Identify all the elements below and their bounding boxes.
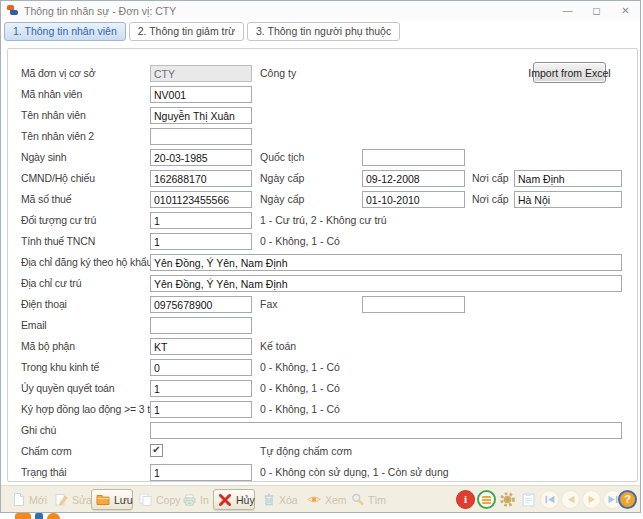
quoc-tich-input[interactable] bbox=[362, 149, 465, 166]
mst-noi-cap-input[interactable] bbox=[514, 191, 622, 208]
new-document-button[interactable]: Mới bbox=[9, 489, 49, 510]
edit-button[interactable]: Sửa bbox=[51, 489, 89, 510]
find-button[interactable]: Tìm bbox=[347, 489, 385, 510]
doi-tuong-cu-tru-hint: 1 - Cư trú, 2 - Không cư trú bbox=[260, 214, 387, 226]
tab-1[interactable]: 1. Thông tin nhân viên bbox=[4, 22, 126, 41]
ma-bo-phan-input[interactable] bbox=[150, 338, 252, 355]
trong-khu-kinh-te-input[interactable] bbox=[150, 359, 252, 376]
cancel-icon bbox=[218, 494, 232, 506]
toolbar-button-label: Mới bbox=[29, 494, 47, 506]
tinh-thue-tncn-input[interactable] bbox=[150, 233, 252, 250]
mst-noi-cap-label: Nơi cấp bbox=[472, 193, 509, 205]
arrow-first-icon bbox=[545, 495, 555, 504]
ma-don-vi-co-so-label: Mã đơn vị cơ sở bbox=[21, 67, 95, 79]
save-icon bbox=[96, 494, 110, 506]
clipboard-icon bbox=[521, 492, 536, 507]
background-window-strip bbox=[0, 513, 643, 519]
ma-nhan-vien-input[interactable] bbox=[150, 86, 252, 103]
minimize-button[interactable]: — bbox=[553, 1, 582, 20]
background-logo-fragment bbox=[35, 513, 43, 519]
ghi-chu-input[interactable] bbox=[150, 422, 622, 439]
ma-bo-phan-label: Mã bộ phận bbox=[21, 340, 75, 352]
view-icon bbox=[307, 494, 321, 505]
print-button[interactable]: In bbox=[179, 489, 211, 510]
toolbar-button-label: Tìm bbox=[368, 494, 386, 506]
trang-thai-label: Trạng thái bbox=[21, 466, 66, 478]
doi-tuong-cu-tru-input[interactable] bbox=[150, 212, 252, 229]
close-button[interactable]: ✕ bbox=[611, 1, 640, 20]
tinh-thue-tncn-label: Tính thuế TNCN bbox=[21, 235, 95, 247]
checkmark-icon: ✔ bbox=[152, 445, 160, 455]
toolbar-button-label: Xem bbox=[325, 494, 347, 506]
cmnd-ho-chieu-input[interactable] bbox=[150, 170, 252, 187]
ky-hop-dong-input[interactable] bbox=[150, 401, 252, 418]
uy-quyen-quyet-toan-input[interactable] bbox=[150, 380, 252, 397]
arrow-right-icon bbox=[588, 495, 596, 504]
save-button[interactable]: Lưu bbox=[91, 489, 133, 510]
help-button[interactable]: ? bbox=[618, 490, 637, 509]
tab-2[interactable]: 2. Thông tin giảm trừ bbox=[129, 22, 244, 41]
delete-button[interactable]: Xóa bbox=[259, 489, 297, 510]
maximize-button[interactable]: ◻ bbox=[582, 1, 611, 20]
view-button[interactable]: Xem bbox=[303, 489, 345, 510]
titlebar: Thông tin nhân sự - Đơn vị: CTY — ◻ ✕ bbox=[1, 1, 640, 20]
notes-button[interactable] bbox=[519, 490, 538, 509]
email-label: Email bbox=[21, 319, 47, 331]
cancel-button[interactable]: Hủy bbox=[213, 489, 255, 510]
trang-thai-input[interactable] bbox=[150, 464, 252, 481]
previous-record-button[interactable] bbox=[561, 490, 580, 509]
first-record-button[interactable] bbox=[540, 490, 559, 509]
background-logo-fragment bbox=[47, 513, 60, 519]
cmnd-ho-chieu-label: CMND/Hộ chiếu bbox=[21, 172, 95, 184]
email-input[interactable] bbox=[150, 317, 252, 334]
info-icon: i bbox=[464, 494, 467, 505]
dia-chi-ho-khau-label: Địa chỉ đăng ký theo hộ khẩu bbox=[21, 256, 152, 268]
edit-icon bbox=[55, 493, 68, 506]
cham-com-label: Chấm cơm bbox=[21, 445, 72, 457]
dia-chi-ho-khau-input[interactable] bbox=[150, 254, 622, 271]
bottom-toolbar: MớiSửaLưuCopyInHủyXóaXemTìmi? bbox=[1, 485, 640, 512]
employee-info-window: Thông tin nhân sự - Đơn vị: CTY — ◻ ✕ 1.… bbox=[0, 0, 641, 513]
ma-so-thue-label: Mã số thuế bbox=[21, 193, 71, 205]
fax-input[interactable] bbox=[362, 296, 465, 313]
window-title: Thông tin nhân sự - Đơn vị: CTY bbox=[24, 5, 176, 17]
dia-chi-cu-tru-input[interactable] bbox=[150, 275, 622, 292]
ten-don-vi-label: Công ty bbox=[260, 67, 296, 79]
uy-quyen-quyet-toan-hint: 0 - Không, 1 - Có bbox=[260, 382, 340, 394]
toolbar-button-label: Hủy bbox=[236, 494, 255, 506]
fax-label: Fax bbox=[260, 298, 278, 310]
tab-3[interactable]: 3. Thông tin người phụ thuộc bbox=[247, 22, 400, 41]
tinh-thue-tncn-hint: 0 - Không, 1 - Có bbox=[260, 235, 340, 247]
cmnd-noi-cap-input[interactable] bbox=[514, 170, 622, 187]
settings-button[interactable] bbox=[498, 490, 517, 509]
cmnd-noi-cap-label: Nơi cấp bbox=[472, 172, 509, 184]
ngay-sinh-input[interactable] bbox=[150, 149, 252, 166]
list-button[interactable] bbox=[477, 490, 496, 509]
info-button[interactable]: i bbox=[456, 490, 475, 509]
ma-nhan-vien-label: Mã nhân viên bbox=[21, 88, 82, 100]
list-icon bbox=[482, 496, 491, 504]
dien-thoai-input[interactable] bbox=[150, 296, 252, 313]
arrow-left-icon bbox=[567, 495, 575, 504]
ten-nhan-vien-label: Tên nhân viên bbox=[21, 109, 86, 121]
find-icon bbox=[351, 493, 364, 506]
next-record-button[interactable] bbox=[582, 490, 601, 509]
trong-khu-kinh-te-label: Trong khu kinh tế bbox=[21, 361, 99, 373]
ten-nhan-vien-input[interactable] bbox=[150, 107, 252, 124]
copy-button[interactable]: Copy bbox=[135, 489, 177, 510]
cham-com-checkbox[interactable]: ✔ bbox=[150, 444, 163, 457]
toolbar-button-label: Xóa bbox=[279, 494, 298, 506]
ten-nhan-vien-2-input[interactable] bbox=[150, 128, 252, 145]
ma-so-thue-input[interactable] bbox=[150, 191, 252, 208]
ky-hop-dong-hint: 0 - Không, 1 - Có bbox=[260, 403, 340, 415]
mst-ngay-cap-input[interactable] bbox=[362, 191, 465, 208]
import-from-excel-button[interactable]: Import from Excel bbox=[533, 62, 606, 83]
ten-nhan-vien-2-label: Tên nhân viên 2 bbox=[21, 130, 94, 142]
toolbar-button-label: Lưu bbox=[114, 494, 133, 506]
cmnd-ngay-cap-input[interactable] bbox=[362, 170, 465, 187]
new-document-icon bbox=[13, 493, 25, 506]
employee-form: Mã đơn vị cơ sởCông tyMã nhân viênTên nh… bbox=[7, 48, 638, 482]
ghi-chu-label: Ghi chú bbox=[21, 424, 56, 436]
tabstrip: 1. Thông tin nhân viên2. Thông tin giảm … bbox=[4, 22, 400, 40]
ma-don-vi-co-so-input bbox=[150, 65, 252, 82]
